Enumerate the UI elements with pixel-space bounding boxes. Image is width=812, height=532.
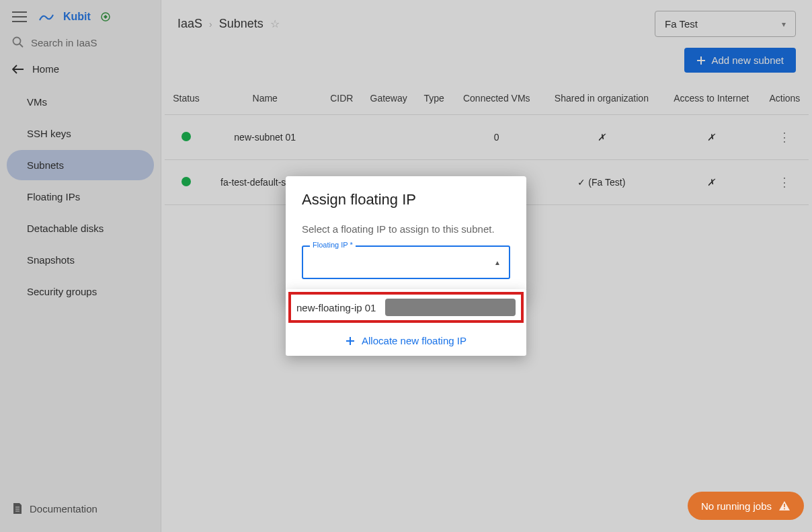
floating-ip-option[interactable]: new-floating-ip 01: [288, 292, 524, 323]
svg-point-2: [784, 508, 785, 510]
dialog-title: Assign floating IP: [302, 191, 510, 208]
floating-ip-select[interactable]: Floating IP * ▲: [302, 245, 510, 279]
allocate-floating-ip-link[interactable]: Allocate new floating IP: [286, 326, 526, 356]
warning-icon: [778, 500, 790, 512]
floating-ip-option-label: new-floating-ip 01: [296, 302, 376, 313]
allocate-label: Allocate new floating IP: [362, 335, 466, 346]
plus-icon: [346, 336, 355, 346]
chevron-up-icon: ▲: [494, 259, 501, 266]
assign-floating-ip-dialog: Assign floating IP Select a floating IP …: [286, 176, 526, 297]
dialog-description: Select a floating IP to assign to this s…: [302, 223, 510, 235]
jobs-pill[interactable]: No running jobs: [688, 492, 804, 520]
floating-ip-dropdown: new-floating-ip 01 Allocate new floating…: [286, 289, 526, 356]
jobs-pill-label: No running jobs: [701, 500, 772, 512]
redacted-ip: [385, 299, 516, 316]
floating-ip-field-label: Floating IP *: [310, 241, 356, 249]
